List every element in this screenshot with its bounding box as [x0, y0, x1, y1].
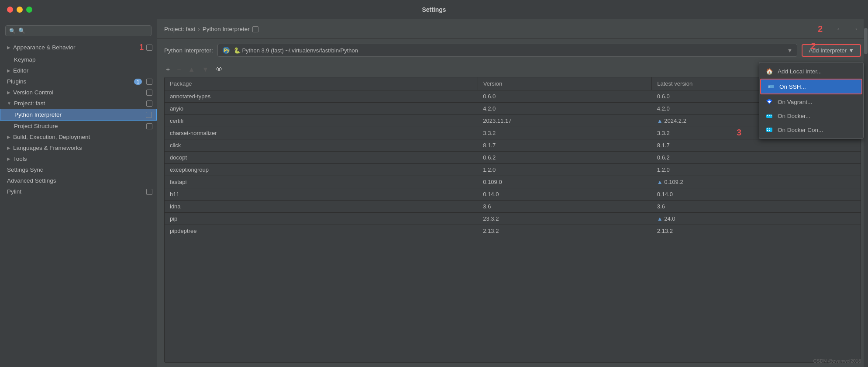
package-version: 3.6 — [478, 201, 652, 213]
table-row[interactable]: idna3.63.6 — [165, 201, 861, 213]
col-header-package: Package — [165, 77, 478, 90]
house-icon: 🏠 — [765, 67, 773, 75]
svg-rect-12 — [769, 128, 770, 129]
sidebar-item-label: Version Control — [13, 89, 144, 96]
move-down-button[interactable]: ▼ — [200, 65, 211, 74]
sidebar-item-label: Pylint — [7, 188, 144, 195]
package-name: pip — [165, 213, 478, 225]
table-row[interactable]: docopt0.6.20.6.2 — [165, 152, 861, 164]
svg-rect-7 — [767, 115, 768, 116]
package-name: pipdeptree — [165, 225, 478, 237]
package-version: 0.6.2 — [478, 152, 652, 164]
sidebar-item-label: Languages & Frameworks — [13, 145, 152, 151]
db-icon — [146, 189, 152, 195]
table-row[interactable]: pip23.3.2▲ 24.0 — [165, 213, 861, 225]
interpreter-dropdown[interactable]: Py 🐍 Python 3.9 (fast) ~/.virtualenvs/fa… — [217, 44, 798, 57]
sidebar-item-label: Editor — [13, 67, 152, 74]
sidebar-item-appearance[interactable]: ▶ Appearance & Behavior 1 — [0, 41, 157, 54]
sidebar-item-label: Project Structure — [14, 123, 144, 129]
sidebar-item-advanced-settings[interactable]: Advanced Settings — [0, 175, 157, 186]
package-latest: 8.1.7 — [652, 139, 861, 152]
table-row[interactable]: click8.1.78.1.7 — [165, 139, 861, 152]
sidebar-item-tools[interactable]: ▶ Tools — [0, 153, 157, 164]
vagrant-icon — [765, 98, 773, 106]
scrollbar[interactable] — [864, 19, 868, 367]
package-version: 0.109.0 — [478, 176, 652, 188]
move-up-button[interactable]: ▲ — [186, 65, 197, 74]
chevron-right-icon: ▶ — [7, 68, 10, 73]
maximize-button[interactable] — [26, 7, 32, 13]
python-icon: Py — [222, 46, 230, 54]
add-package-button[interactable]: + — [164, 65, 172, 74]
sidebar-item-label: Keymap — [14, 56, 152, 63]
package-version: 0.14.0 — [478, 188, 652, 201]
scrollbar-thumb[interactable] — [864, 28, 868, 54]
dropdown-item-label: On SSH... — [779, 83, 806, 90]
sidebar-item-label: Settings Sync — [7, 166, 152, 173]
table-row[interactable]: h110.14.00.14.0 — [165, 188, 861, 201]
table-row[interactable]: certifi2023.11.17▲ 2024.2.2 — [165, 115, 861, 127]
dropdown-item-on-docker[interactable]: On Docker... — [759, 109, 863, 123]
db-icon — [146, 45, 152, 51]
package-name: charset-normalizer — [165, 127, 478, 139]
sidebar-item-pylint[interactable]: Pylint — [0, 186, 157, 197]
package-version: 4.2.0 — [478, 103, 652, 115]
package-version: 2023.11.17 — [478, 115, 652, 127]
minimize-button[interactable] — [17, 7, 23, 13]
forward-button[interactable]: → — [848, 24, 861, 35]
table-row[interactable]: exceptiongroup1.2.01.2.0 — [165, 164, 861, 176]
dropdown-item-add-local[interactable]: 🏠 Add Local Inter... — [759, 64, 863, 78]
show-paths-button[interactable]: 👁 — [214, 65, 224, 74]
package-latest: ▲ 24.0 — [652, 213, 861, 225]
breadcrumb-page: Python Interpreter — [203, 26, 250, 32]
package-version: 2.13.2 — [478, 225, 652, 237]
remove-package-button[interactable]: − — [175, 65, 183, 74]
sidebar-item-project-structure[interactable]: Project Structure — [0, 121, 157, 132]
sidebar-item-keymap[interactable]: Keymap — [0, 54, 157, 65]
interpreter-label: Python Interpreter: — [164, 47, 213, 54]
chevron-right-icon: ▶ — [7, 135, 10, 139]
sidebar-item-label: Advanced Settings — [7, 177, 152, 184]
table-row[interactable]: pipdeptree2.13.22.13.2 — [165, 225, 861, 237]
search-box[interactable]: 🔍 — [5, 25, 152, 36]
table-row[interactable]: fastapi0.109.0▲ 0.109.2 — [165, 176, 861, 188]
dropdown-item-on-ssh[interactable]: >_ On SSH... — [760, 79, 862, 94]
package-version: 23.3.2 — [478, 213, 652, 225]
db-icon — [146, 90, 152, 96]
docker-icon — [765, 112, 773, 120]
package-latest: ▲ 0.109.2 — [652, 176, 861, 188]
sidebar-item-label: Plugins — [7, 78, 134, 85]
search-input[interactable] — [18, 28, 148, 34]
package-latest: 1.2.0 — [652, 164, 861, 176]
table-row[interactable]: annotated-types0.6.00.6.0 — [165, 90, 861, 103]
package-name: anyio — [165, 103, 478, 115]
table-row[interactable]: charset-normalizer3.3.23.3.2 — [165, 127, 861, 139]
ssh-icon: >_ — [767, 83, 775, 90]
search-icon: 🔍 — [9, 28, 16, 34]
dropdown-item-on-vagrant[interactable]: On Vagrant... — [759, 95, 863, 109]
package-table-container: Package Version Latest version annotated… — [164, 77, 861, 363]
package-name: docopt — [165, 152, 478, 164]
sidebar-item-version-control[interactable]: ▶ Version Control — [0, 87, 157, 98]
sidebar-item-editor[interactable]: ▶ Editor — [0, 65, 157, 76]
sidebar-item-plugins[interactable]: Plugins 1 — [0, 76, 157, 87]
back-button[interactable]: ← — [833, 24, 846, 35]
annotation-1: 1 — [139, 43, 144, 52]
sidebar-item-settings-sync[interactable]: Settings Sync — [0, 164, 157, 175]
sidebar-item-label: Build, Execution, Deployment — [13, 134, 152, 140]
navigation-arrows: 2 ← → — [818, 24, 861, 35]
sidebar-item-python-interpreter[interactable]: Python Interpreter — [0, 109, 157, 121]
badge: 1 — [134, 79, 142, 85]
close-button[interactable] — [7, 7, 13, 13]
sidebar-item-build-exec[interactable]: ▶ Build, Execution, Deployment — [0, 132, 157, 142]
sidebar-item-project-fast[interactable]: ▼ Project: fast — [0, 98, 157, 109]
dropdown-item-label: On Docker... — [778, 113, 810, 119]
sidebar-item-label: Python Interpreter — [14, 111, 143, 118]
sidebar-item-languages[interactable]: ▶ Languages & Frameworks — [0, 142, 157, 153]
chevron-down-icon: ▼ — [7, 101, 11, 106]
package-name: idna — [165, 201, 478, 213]
table-row[interactable]: anyio4.2.04.2.0 — [165, 103, 861, 115]
dropdown-item-on-docker-compose[interactable]: On Docker Con... — [759, 123, 863, 137]
package-version: 3.3.2 — [478, 127, 652, 139]
package-name: annotated-types — [165, 90, 478, 103]
